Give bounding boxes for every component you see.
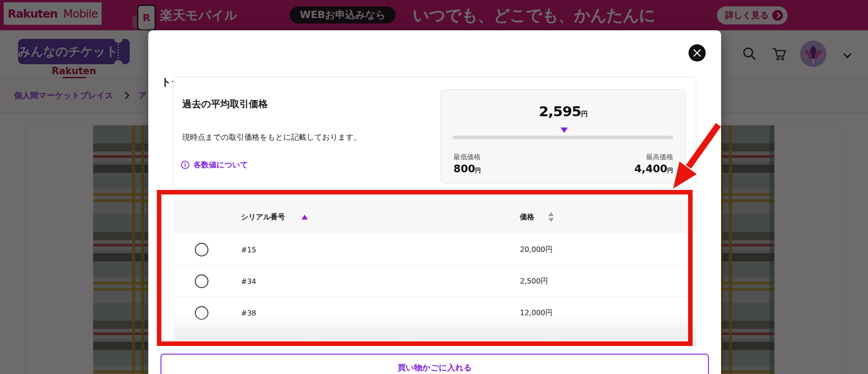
sort-down-icon: [548, 218, 554, 222]
sort-up-icon: [548, 212, 554, 216]
serial-cell: #38: [241, 308, 256, 317]
max-price-value: 4,400円: [634, 163, 673, 175]
close-button[interactable]: [689, 44, 706, 62]
radio-button[interactable]: [195, 306, 208, 320]
average-price-unit: 円: [581, 110, 588, 118]
sort-ascending-active-icon: [302, 215, 308, 220]
add-to-cart-button[interactable]: 買い物かごに入れる: [160, 354, 709, 374]
token-table-body: #15 20,000円 #34 2,500円 #38 12,000円: [173, 234, 696, 329]
token-table-row[interactable]: #34 2,500円: [173, 265, 696, 297]
token-select-modal: トークンを選択する 過去の平均取引価格 現時点までの取引価格をもとに記載しており…: [148, 30, 721, 374]
token-table-header: シリアル番号 価格: [173, 200, 696, 234]
price-range-box: 2,595円 最低価格 800円 最高価格 4,400円: [440, 89, 686, 184]
values-info-link[interactable]: 各数値について: [181, 160, 248, 170]
sort-toggle-icon[interactable]: [548, 212, 554, 222]
values-info-link-label: 各数値について: [193, 160, 248, 170]
radio-button[interactable]: [195, 243, 208, 256]
min-price-value: 800円: [453, 163, 481, 175]
price-card-heading: 過去の平均取引価格: [182, 98, 268, 110]
radio-button[interactable]: [195, 275, 208, 288]
min-price-label: 最低価格: [453, 153, 481, 161]
average-price-card: 過去の平均取引価格 現時点までの取引価格をもとに記載しております。 各数値につい…: [173, 76, 696, 189]
serial-cell: #34: [241, 277, 256, 285]
info-icon: [181, 161, 189, 169]
price-cell: 2,500円: [520, 276, 548, 286]
token-table-row[interactable]: #38 12,000円: [173, 297, 696, 329]
token-table: シリアル番号 価格 #15 20,000円 #34 2,500円 #38 12,…: [173, 200, 696, 329]
serial-cell: #15: [241, 245, 256, 254]
price-marker-icon: [561, 128, 568, 133]
price-cell: 12,000円: [520, 308, 552, 317]
price-card-description: 現時点までの取引価格をもとに記載しております。: [182, 132, 361, 142]
average-price-value: 2,595: [539, 103, 581, 119]
column-header-serial[interactable]: シリアル番号: [241, 213, 285, 222]
price-range-track: [453, 136, 673, 139]
close-icon: [693, 49, 701, 57]
max-price-label: 最高価格: [646, 153, 673, 161]
price-cell: 20,000円: [520, 245, 552, 254]
token-table-row[interactable]: #15 20,000円: [173, 234, 696, 265]
column-header-price[interactable]: 価格: [520, 213, 534, 222]
